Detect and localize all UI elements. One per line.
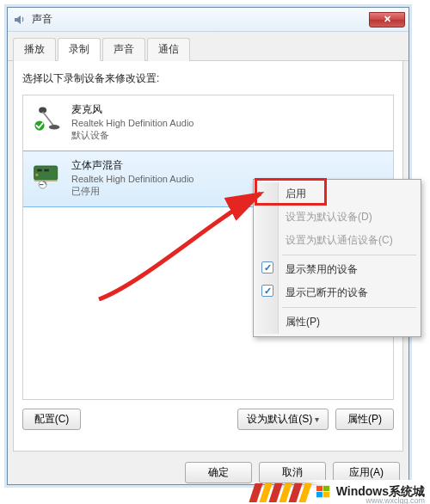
svg-rect-10 [316, 486, 322, 491]
svg-rect-7 [36, 174, 39, 176]
check-icon: ✓ [261, 285, 273, 297]
tab-sounds[interactable]: 声音 [102, 38, 145, 61]
svg-point-1 [49, 125, 60, 129]
device-name: 麦克风 [71, 102, 194, 117]
titlebar[interactable]: 声音 ✕ [8, 8, 408, 32]
ctx-enable[interactable]: 启用 [256, 182, 418, 206]
windows-logo-icon [316, 484, 331, 500]
svg-rect-3 [34, 166, 58, 180]
check-icon: ✓ [261, 261, 273, 274]
tab-recording[interactable]: 录制 [58, 38, 101, 61]
ctx-set-default-comm[interactable]: 设置为默认通信设备(C) [256, 229, 418, 252]
tab-playback[interactable]: 播放 [13, 38, 56, 61]
device-microphone[interactable]: 麦克风 Realtek High Definition Audio 默认设备 [23, 95, 393, 151]
ctx-properties[interactable]: 属性(P) [256, 310, 418, 334]
tab-strip: 播放 录制 声音 通信 [8, 32, 408, 61]
device-status: 已停用 [71, 185, 194, 198]
instruction-text: 选择以下录制设备来修改设置: [22, 71, 394, 86]
device-name: 立体声混音 [71, 158, 194, 173]
watermark-url: www.wxclgg.com [366, 496, 425, 504]
close-icon: ✕ [384, 14, 391, 25]
ok-button[interactable]: 确定 [185, 462, 252, 483]
tab-communications[interactable]: 通信 [147, 38, 190, 61]
window-title: 声音 [32, 12, 369, 27]
ctx-show-disabled[interactable]: ✓ 显示禁用的设备 [256, 258, 418, 281]
separator [282, 255, 416, 255]
stripes-icon [249, 483, 311, 502]
device-driver: Realtek High Definition Audio [71, 174, 194, 184]
set-default-button[interactable]: 设为默认值(S) [237, 409, 329, 430]
microphone-icon [32, 102, 63, 133]
svg-rect-12 [316, 492, 322, 497]
svg-rect-8 [34, 180, 58, 181]
svg-rect-6 [44, 169, 48, 172]
ctx-show-disconnected[interactable]: ✓ 显示已断开的设备 [256, 281, 418, 304]
soundcard-icon [32, 158, 63, 189]
svg-rect-5 [37, 169, 41, 172]
ctx-set-default-device[interactable]: 设置为默认设备(D) [256, 206, 418, 229]
device-status: 默认设备 [71, 129, 194, 142]
close-button[interactable]: ✕ [369, 12, 405, 28]
context-menu: 启用 设置为默认设备(D) 设置为默认通信设备(C) ✓ 显示禁用的设备 ✓ 显… [253, 179, 421, 337]
sound-icon [13, 13, 27, 27]
pane-buttons: 配置(C) 设为默认值(S) 属性(P) [22, 409, 394, 430]
configure-button[interactable]: 配置(C) [22, 409, 81, 430]
properties-button[interactable]: 属性(P) [335, 409, 394, 430]
svg-rect-13 [323, 492, 329, 497]
separator [282, 307, 416, 308]
svg-rect-11 [323, 486, 329, 491]
device-driver: Realtek High Definition Audio [71, 118, 194, 128]
